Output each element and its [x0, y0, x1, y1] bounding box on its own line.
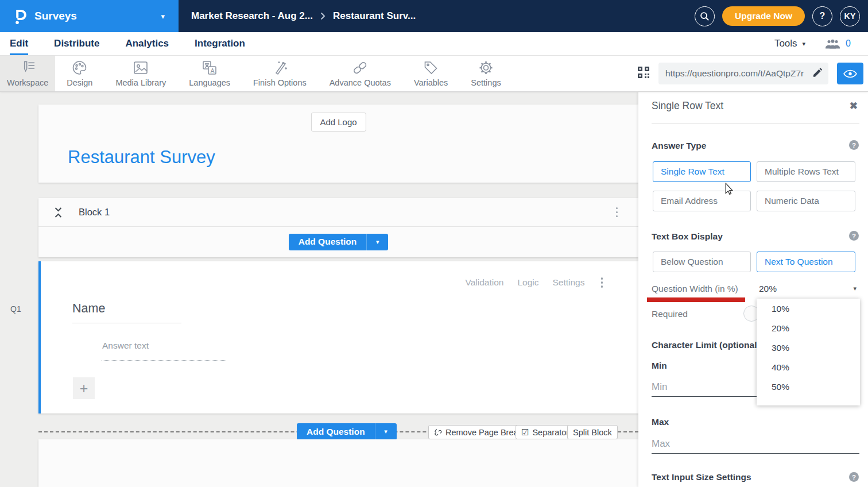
- block-menu-icon[interactable]: [614, 205, 621, 220]
- toolbar-item-workspace[interactable]: Workspace: [0, 56, 55, 91]
- toolbar-item-label: Design: [67, 78, 92, 87]
- toolbar-item-settings[interactable]: Settings: [459, 56, 512, 91]
- breadcrumb-current: Restaurant Surv...: [333, 10, 416, 22]
- product-name: Surveys: [34, 10, 77, 22]
- settings-link[interactable]: Settings: [552, 277, 584, 288]
- avatar[interactable]: KY: [840, 6, 860, 26]
- question-width-label: Question Width (in %): [652, 284, 738, 294]
- answer-type-multiple-rows[interactable]: Multiple Rows Text: [757, 161, 855, 182]
- validation-link[interactable]: Validation: [465, 277, 503, 288]
- people-icon: [825, 39, 840, 49]
- question-width-value[interactable]: 20%: [759, 284, 777, 294]
- toolbar-item-variables[interactable]: Variables: [402, 56, 459, 91]
- qr-code-icon[interactable]: [637, 66, 650, 81]
- dropdown-option-10[interactable]: 10%: [757, 299, 860, 319]
- dropdown-option-20[interactable]: 20%: [757, 319, 860, 338]
- question-card[interactable]: Validation Logic Settings Name Answer te…: [38, 261, 638, 413]
- add-logo-button[interactable]: Add Logo: [311, 113, 366, 132]
- tools-menu[interactable]: Tools ▾: [774, 38, 805, 49]
- logic-link[interactable]: Logic: [517, 277, 538, 288]
- toolbar-item-languages[interactable]: A Languages: [177, 56, 242, 91]
- preview-button[interactable]: [837, 63, 863, 84]
- editor-toolbar: Workspace Design Media Library A Languag…: [0, 56, 868, 92]
- answer-type-single-row[interactable]: Single Row Text: [653, 161, 751, 182]
- section-tabs: Edit Distribute Analytics Integration: [10, 32, 245, 55]
- answer-text-placeholder[interactable]: Answer text: [102, 341, 149, 351]
- text-box-display-help-icon[interactable]: ?: [849, 231, 859, 241]
- product-caret-icon[interactable]: ▾: [161, 12, 165, 21]
- tab-edit[interactable]: Edit: [10, 32, 28, 55]
- block-header: Block 1: [38, 198, 638, 227]
- answer-type-email[interactable]: Email Address: [653, 191, 751, 211]
- svg-text:A: A: [211, 67, 215, 74]
- max-input[interactable]: [652, 434, 859, 454]
- question-settings-panel: Single Row Text ✖ Answer Type ? Single R…: [638, 92, 868, 487]
- display-below-question[interactable]: Below Question: [653, 252, 751, 272]
- add-question-split-button: Add Question ▾: [289, 234, 389, 250]
- toolbar-item-media-library[interactable]: Media Library: [104, 56, 177, 91]
- panel-divider: [652, 123, 859, 124]
- chain-link-icon: [352, 60, 368, 75]
- add-question-dropdown[interactable]: ▾: [366, 234, 388, 250]
- separator-label: Separator: [532, 428, 569, 437]
- toolbar-item-label: Finish Options: [253, 78, 307, 87]
- question-actions: Validation Logic Settings: [465, 275, 605, 290]
- add-question-dropdown[interactable]: ▾: [375, 423, 397, 440]
- search-icon[interactable]: [695, 6, 715, 26]
- add-question-button[interactable]: Add Question: [297, 423, 375, 440]
- block-add-question-row: Add Question ▾: [38, 227, 638, 257]
- character-limit-label: Character Limit (optional): [652, 340, 760, 350]
- separator-button[interactable]: ☑ Separator: [516, 425, 575, 439]
- gear-icon: [478, 60, 494, 75]
- answer-text-underline: [102, 360, 226, 361]
- tab-analytics[interactable]: Analytics: [125, 32, 169, 55]
- tools-label: Tools: [774, 38, 797, 49]
- toolbar-item-label: Advance Quotas: [330, 78, 391, 87]
- survey-title[interactable]: Restaurant Survey: [68, 147, 215, 168]
- chevron-down-icon: ▾: [376, 238, 379, 246]
- close-icon[interactable]: ✖: [850, 100, 858, 112]
- toolbar-item-advance-quotas[interactable]: Advance Quotas: [318, 56, 402, 91]
- product-switcher[interactable]: Surveys ▾: [0, 0, 179, 32]
- help-button[interactable]: ?: [812, 6, 832, 26]
- split-block-button[interactable]: Split Block: [567, 425, 618, 439]
- block-title[interactable]: Block 1: [79, 207, 110, 218]
- questionpro-logo-icon: [14, 8, 27, 25]
- page-break-row: Add Question ▾ Remove Page Break ☑ Separ…: [38, 423, 638, 441]
- upgrade-now-button[interactable]: Upgrade Now: [722, 6, 805, 26]
- tab-distribute[interactable]: Distribute: [54, 32, 99, 55]
- edit-url-pencil-icon[interactable]: [812, 67, 823, 80]
- question-text[interactable]: Name: [72, 302, 105, 316]
- toolbar-item-design[interactable]: Design: [55, 56, 104, 91]
- remove-page-break-button[interactable]: Remove Page Break: [428, 425, 528, 439]
- add-question-button[interactable]: Add Question: [289, 234, 367, 250]
- display-next-to-question[interactable]: Next To Question: [757, 252, 855, 272]
- annotation-red-underline: [647, 297, 745, 302]
- add-row-button[interactable]: +: [73, 377, 95, 399]
- text-input-size-help-icon[interactable]: ?: [849, 472, 859, 482]
- wand-icon: [272, 60, 288, 75]
- question-menu-icon[interactable]: [599, 275, 606, 290]
- answer-type-help-icon[interactable]: ?: [849, 140, 859, 150]
- panel-title: Single Row Text: [652, 100, 723, 112]
- question-width-caret-icon[interactable]: ▾: [853, 285, 857, 292]
- survey-header-card: Add Logo Restaurant Survey: [38, 105, 638, 183]
- block-card: Block 1 Add Question ▾: [38, 198, 638, 257]
- survey-url-input[interactable]: [665, 68, 812, 79]
- answer-type-numeric[interactable]: Numeric Data: [757, 191, 855, 211]
- image-icon: [133, 60, 149, 75]
- chevron-down-icon: ▾: [803, 40, 806, 48]
- next-page-card: [38, 439, 638, 487]
- tab-integration[interactable]: Integration: [195, 32, 245, 55]
- dropdown-option-50[interactable]: 50%: [757, 377, 860, 397]
- breadcrumb-parent[interactable]: Market Research - Aug 2...: [191, 10, 313, 22]
- dropdown-option-30[interactable]: 30%: [757, 338, 860, 358]
- collapse-block-icon[interactable]: [54, 207, 63, 218]
- toolbar-item-finish-options[interactable]: Finish Options: [242, 56, 318, 91]
- collaborators[interactable]: 0: [825, 38, 851, 49]
- broken-link-icon: [434, 428, 442, 436]
- palette-icon: [72, 60, 87, 75]
- dropdown-option-40[interactable]: 40%: [757, 358, 860, 377]
- collaborator-count: 0: [846, 38, 851, 49]
- workspace-icon: [20, 60, 36, 75]
